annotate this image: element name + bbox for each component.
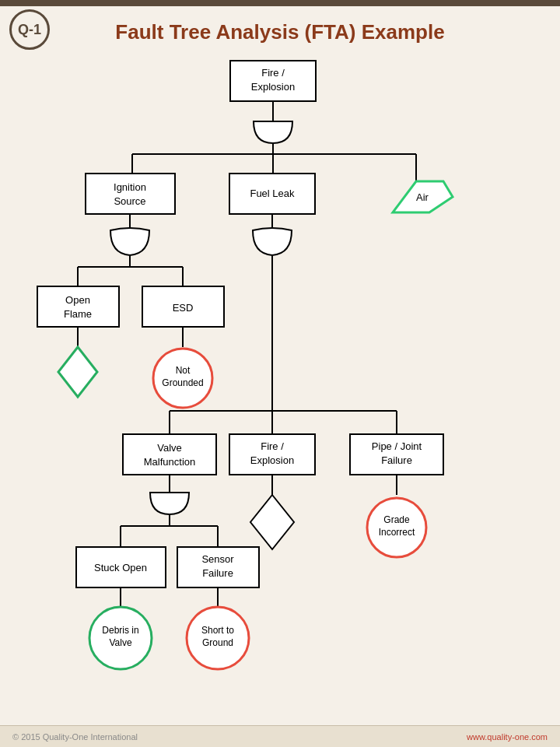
svg-text:Air: Air (416, 191, 429, 203)
svg-text:Failure: Failure (202, 567, 233, 579)
svg-text:Grounded: Grounded (162, 377, 203, 388)
svg-text:Pipe / Joint: Pipe / Joint (372, 440, 422, 452)
node-open-flame (37, 286, 119, 327)
svg-text:Stuck Open: Stuck Open (94, 562, 147, 573)
svg-text:Short to: Short to (201, 625, 234, 636)
svg-text:Sensor: Sensor (201, 553, 234, 565)
svg-text:Debris in: Debris in (102, 625, 138, 636)
top-bar (0, 0, 560, 6)
node-fire2-event (250, 495, 294, 549)
svg-text:ESD: ESD (173, 302, 194, 314)
svg-text:Explosion: Explosion (250, 454, 294, 466)
logo-text: Q-1 (18, 22, 41, 38)
svg-text:Grade: Grade (383, 514, 410, 525)
svg-text:Malfunction: Malfunction (144, 456, 195, 468)
svg-text:Valve: Valve (109, 637, 131, 648)
footer-website: www.quality-one.com (467, 732, 548, 742)
svg-text:Open: Open (65, 294, 90, 306)
footer-copyright: © 2015 Quality-One International (12, 732, 138, 742)
node-ignition (86, 174, 175, 214)
node-open-flame-event (58, 347, 97, 397)
svg-text:Not: Not (176, 365, 191, 376)
node-valve-malfunction (123, 434, 216, 475)
logo-badge: Q-1 (9, 9, 50, 50)
svg-text:Explosion: Explosion (251, 81, 295, 93)
svg-text:Incorrect: Incorrect (379, 527, 415, 538)
page-title: Fault Tree Analysis (FTA) Example (0, 6, 560, 52)
svg-text:Valve: Valve (157, 442, 182, 454)
footer: © 2015 Quality-One International www.qua… (0, 725, 560, 747)
svg-text:Ignition: Ignition (114, 181, 146, 193)
svg-text:Source: Source (114, 195, 145, 207)
svg-text:Ground: Ground (202, 637, 233, 648)
svg-text:Fire /: Fire / (261, 440, 284, 452)
svg-text:Flame: Flame (64, 308, 92, 320)
svg-text:Fuel Leak: Fuel Leak (250, 188, 295, 199)
diagram-container: Fire / Explosion Ignition Source Fuel Le… (0, 53, 560, 730)
svg-text:Failure: Failure (381, 454, 412, 466)
svg-text:Fire /: Fire / (261, 67, 285, 79)
fta-diagram: Fire / Explosion Ignition Source Fuel Le… (0, 53, 560, 730)
